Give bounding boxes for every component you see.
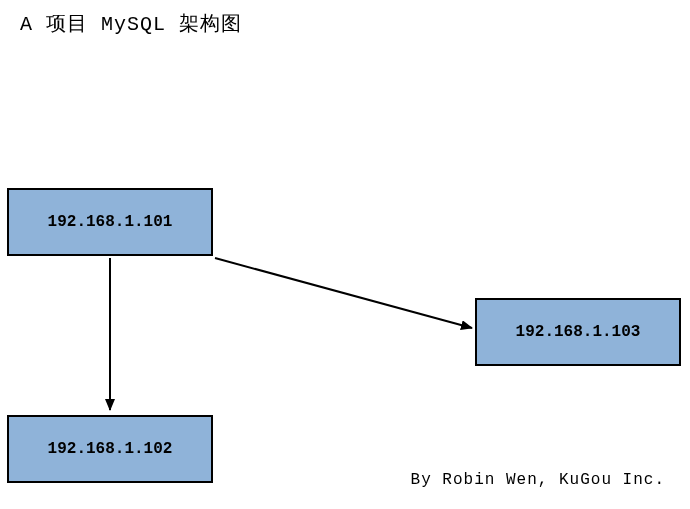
diagram-title: A 项目 MySQL 架构图 — [20, 10, 242, 37]
node-label: 192.168.1.103 — [516, 323, 641, 341]
node-replica-2: 192.168.1.103 — [475, 298, 681, 366]
credit-line: By Robin Wen, KuGou Inc. — [411, 471, 665, 489]
edge-n1-n3 — [215, 258, 472, 328]
node-label: 192.168.1.101 — [48, 213, 173, 231]
node-master: 192.168.1.101 — [7, 188, 213, 256]
node-replica-1: 192.168.1.102 — [7, 415, 213, 483]
node-label: 192.168.1.102 — [48, 440, 173, 458]
